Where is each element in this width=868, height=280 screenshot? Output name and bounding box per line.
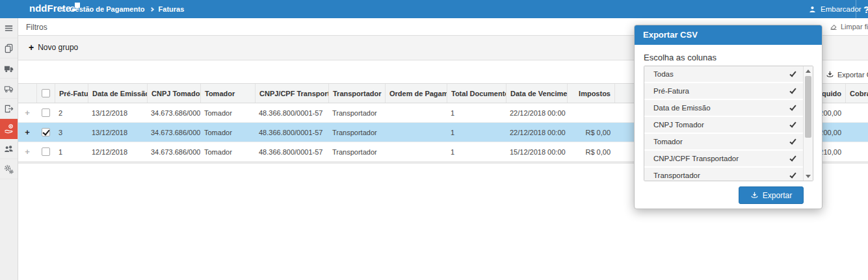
cell-cnpj-tomador: 34.673.686/0001-01	[147, 103, 200, 122]
option-label: Pré-Fatura	[653, 87, 689, 95]
check-icon	[789, 172, 796, 179]
cell-cobranca	[845, 142, 868, 161]
cell-ordem-pagamento	[385, 142, 447, 161]
sidebar-item-documents[interactable]	[0, 38, 18, 58]
clear-filters-button[interactable]: Limpar filtros	[830, 23, 868, 31]
modal-export-label: Exportar	[763, 191, 792, 200]
column-header-pre-fatura[interactable]: Pré-Fatura	[55, 84, 88, 103]
check-icon	[789, 104, 796, 111]
option-label: CNPJ Tomador	[653, 121, 704, 129]
expand-row-icon[interactable]: +	[25, 127, 30, 137]
scroll-down-icon[interactable]	[804, 172, 813, 181]
expand-row-icon[interactable]: +	[25, 147, 30, 157]
cell-cnpj-cpf-transportador: 48.366.800/0001-57	[255, 103, 328, 122]
breadcrumb: Gestão de Pagamento Faturas	[61, 0, 184, 18]
cell-pre-fatura: 3	[55, 123, 88, 142]
column-header-cnpj-cpf-transportador[interactable]: CNPJ/CPF Transportador	[255, 84, 328, 103]
filters-title: Filtros	[26, 23, 47, 32]
cell-pre-fatura: 1	[55, 142, 88, 161]
option-pre-fatura[interactable]: Pré-Fatura	[644, 83, 813, 100]
cell-ordem-pagamento	[385, 103, 447, 122]
cell-cnpj-cpf-transportador: 48.366.800/0001-57	[255, 142, 328, 161]
column-header-label: Data de Emissão	[92, 90, 147, 97]
truck-icon	[4, 64, 14, 73]
user-icon	[808, 5, 817, 14]
help-button[interactable]: ?	[856, 0, 868, 18]
download-icon	[750, 191, 759, 199]
clear-filters-label: Limpar filtros	[841, 23, 868, 31]
row-checkbox[interactable]	[42, 147, 50, 156]
column-header-cobranca[interactable]: Cobra	[845, 84, 868, 103]
check-icon	[789, 70, 796, 77]
cell-impostos: R$ 0,00	[567, 123, 614, 142]
cell-data-emissao: 13/12/2018	[88, 103, 147, 122]
sidebar	[0, 18, 18, 280]
expand-row-icon[interactable]: +	[25, 108, 30, 118]
modal-export-button[interactable]: Exportar	[739, 186, 804, 204]
check-icon	[789, 155, 796, 162]
check-icon	[789, 87, 796, 94]
sidebar-item-menu[interactable]	[0, 18, 18, 38]
column-header-total-documentos[interactable]: Total Documentos	[447, 84, 506, 103]
check-icon	[789, 121, 796, 128]
row-checkbox-checked[interactable]	[42, 128, 50, 136]
export-csv-modal: Exportar CSV Escolha as colunas Todas Pr…	[634, 25, 822, 209]
column-header-tomador[interactable]: Tomador	[200, 84, 255, 103]
chevron-right-icon	[150, 6, 154, 11]
option-tomador[interactable]: Tomador	[644, 134, 813, 151]
sidebar-item-truck[interactable]	[0, 58, 18, 79]
column-header-data-emissao[interactable]: Data de Emissão ↓	[88, 84, 147, 103]
topbar: nddFrete Gestão de Pagamento Faturas Emb…	[0, 0, 868, 18]
option-label: Data de Emissão	[653, 104, 711, 112]
scroll-up-icon[interactable]	[804, 66, 813, 75]
sidebar-item-export[interactable]	[0, 99, 18, 119]
column-header-impostos[interactable]: Impostos	[567, 84, 614, 103]
column-header-transportador[interactable]: Transportador	[328, 84, 385, 103]
sign-out-icon	[4, 104, 14, 114]
cell-ordem-pagamento	[385, 123, 447, 142]
breadcrumb-gestao-pagamento[interactable]: Gestão de Pagamento	[70, 5, 145, 13]
sidebar-item-settings[interactable]	[0, 159, 18, 179]
eraser-icon	[830, 23, 837, 31]
cell-total-documentos: 1	[447, 103, 506, 122]
export-csv-label: Exportar CSV	[837, 71, 868, 79]
option-data-emissao[interactable]: Data de Emissão	[644, 100, 813, 117]
column-header-cnpj-tomador[interactable]: CNPJ Tomador	[147, 84, 200, 103]
cell-data-vencimento: 15/12/2018 00:00	[506, 142, 567, 161]
new-group-button[interactable]: + Novo grupo	[29, 43, 78, 52]
cell-data-emissao: 13/12/2018	[88, 123, 147, 142]
option-todas[interactable]: Todas	[644, 66, 813, 83]
select-all-checkbox[interactable]	[42, 89, 50, 97]
option-cnpj-cpf-transportador[interactable]: CNPJ/CPF Transportador	[644, 151, 813, 168]
column-options-list: Todas Pré-Fatura Data de Emissão CNPJ To…	[644, 66, 813, 181]
cell-data-vencimento: 22/12/2018 00:00	[506, 123, 567, 142]
breadcrumb-faturas[interactable]: Faturas	[159, 5, 185, 13]
cell-total-documentos: 1	[447, 123, 506, 142]
row-checkbox[interactable]	[42, 108, 50, 117]
cell-pre-fatura: 2	[55, 103, 88, 122]
column-header-data-vencimento[interactable]: Data de Vencimento	[506, 84, 567, 103]
new-group-label: Novo grupo	[38, 43, 78, 52]
cell-transportador: Transportador	[328, 142, 385, 161]
cell-transportador: Transportador	[328, 103, 385, 122]
list-scrollbar[interactable]	[803, 66, 813, 181]
sidebar-item-users[interactable]	[0, 139, 18, 159]
chevron-right-icon	[60, 6, 65, 11]
sidebar-item-payment-management[interactable]	[0, 119, 18, 139]
users-icon	[4, 144, 14, 154]
cell-cnpj-cpf-transportador: 48.366.800/0001-57	[255, 123, 328, 142]
sidebar-item-truck-outline[interactable]	[0, 79, 18, 99]
export-csv-button[interactable]: Exportar CSV	[826, 70, 868, 79]
option-transportador[interactable]: Transportador	[644, 168, 813, 181]
header-select-all	[36, 84, 55, 103]
modal-title: Exportar CSV	[643, 30, 698, 40]
option-cnpj-tomador[interactable]: CNPJ Tomador	[644, 117, 813, 134]
option-label: CNPJ/CPF Transportador	[653, 155, 739, 162]
cell-cobranca	[845, 103, 868, 122]
cell-cnpj-tomador: 34.673.686/0001-01	[147, 142, 200, 161]
download-icon	[826, 70, 834, 79]
settings-icon	[4, 164, 14, 174]
scrollbar-thumb[interactable]	[805, 76, 811, 138]
option-label: Tomador	[653, 138, 683, 146]
column-header-ordem-pagamento[interactable]: Ordem de Pagamento	[385, 84, 447, 103]
